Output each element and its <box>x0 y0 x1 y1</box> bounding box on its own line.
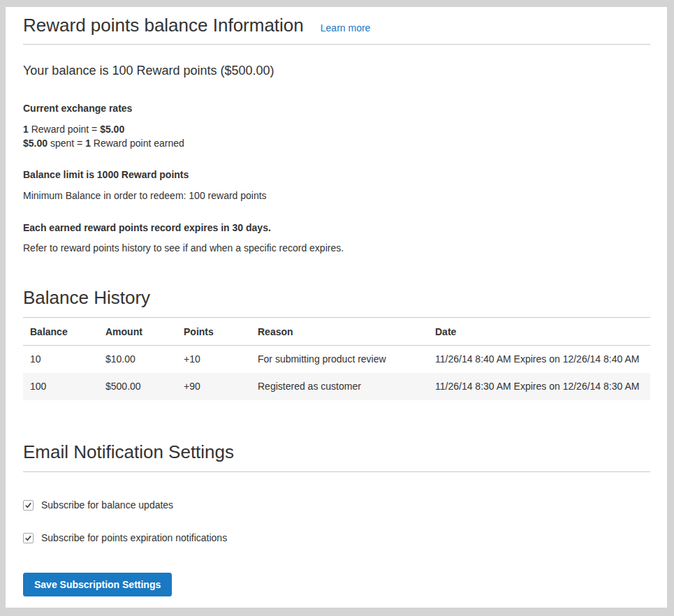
expiration-note-text: Refer to reward points history to see if… <box>23 241 650 255</box>
cell-balance: 100 <box>23 373 98 400</box>
subscribe-balance-updates-checkbox[interactable] <box>23 500 34 511</box>
save-subscription-settings-button[interactable]: Save Subscription Settings <box>23 573 172 596</box>
checkmark-icon <box>24 501 32 509</box>
rate-line-text: spent = <box>47 138 85 149</box>
rate-currency-value: $5.00 <box>23 138 47 149</box>
cell-points: +10 <box>177 346 251 374</box>
cell-points: +90 <box>177 373 251 400</box>
balance-limit-text: Balance limit is 1000 Reward points <box>23 168 650 182</box>
cell-amount: $500.00 <box>98 373 177 400</box>
subscribe-balance-updates-row: Subscribe for balance updates <box>23 498 650 512</box>
subscribe-expiration-notifications-checkbox[interactable] <box>23 533 34 543</box>
column-header-amount: Amount <box>98 318 177 346</box>
balance-history-section: Balance History Balance Amount Points Re… <box>23 286 650 400</box>
balance-history-title: Balance History <box>23 286 650 318</box>
expiration-rule-text: Each earned reward points record expires… <box>23 221 650 235</box>
checkbox-label: Subscribe for balance updates <box>41 498 173 512</box>
table-row: 100 $500.00 +90 Registered as customer 1… <box>23 373 650 400</box>
table-header-row: Balance Amount Points Reason Date <box>23 318 650 346</box>
exchange-rate-line-1: 1 Reward point = $5.00 <box>23 122 650 136</box>
learn-more-link[interactable]: Learn more <box>321 22 371 34</box>
email-notification-section: Email Notification Settings Subscribe fo… <box>23 441 650 596</box>
table-row: 10 $10.00 +10 For submitting product rev… <box>23 346 650 374</box>
column-header-reason: Reason <box>251 318 428 346</box>
checkmark-icon <box>24 534 32 542</box>
exchange-rates-block: 1 Reward point = $5.00 $5.00 spent = 1 R… <box>23 122 650 150</box>
minimum-balance-text: Minimum Balance in order to redeem: 100 … <box>23 189 650 203</box>
page-title: Reward points balance Information <box>23 14 304 36</box>
column-header-balance: Balance <box>23 318 98 346</box>
rate-currency-value: $5.00 <box>100 124 124 135</box>
column-header-points: Points <box>177 318 251 346</box>
cell-balance: 10 <box>23 346 98 374</box>
cell-date: 11/26/14 8:30 AM Expires on 12/26/14 8:3… <box>428 373 650 400</box>
subscribe-expiration-notifications-row: Subscribe for points expiration notifica… <box>23 531 650 545</box>
cell-reason: For submitting product review <box>251 346 428 374</box>
reward-points-card: Reward points balance Information Learn … <box>6 7 667 608</box>
balance-history-table: Balance Amount Points Reason Date 10 $10… <box>23 318 650 400</box>
column-header-date: Date <box>428 318 650 346</box>
email-notification-title: Email Notification Settings <box>23 441 650 472</box>
rate-line-text: Reward point earned <box>91 138 184 149</box>
exchange-rates-heading: Current exchange rates <box>23 101 650 115</box>
exchange-rate-line-2: $5.00 spent = 1 Reward point earned <box>23 136 650 150</box>
checkbox-label: Subscribe for points expiration notifica… <box>41 531 227 545</box>
rate-points-value: 1 <box>85 138 91 149</box>
cell-amount: $10.00 <box>98 346 177 374</box>
cell-date: 11/26/14 8:40 AM Expires on 12/26/14 8:4… <box>428 346 650 374</box>
page-header: Reward points balance Information Learn … <box>23 14 650 45</box>
rate-line-text: Reward point = <box>29 124 100 135</box>
balance-summary: Your balance is 100 Reward points ($500.… <box>23 62 650 79</box>
rate-points-value: 1 <box>23 124 29 135</box>
cell-reason: Registered as customer <box>251 373 428 400</box>
